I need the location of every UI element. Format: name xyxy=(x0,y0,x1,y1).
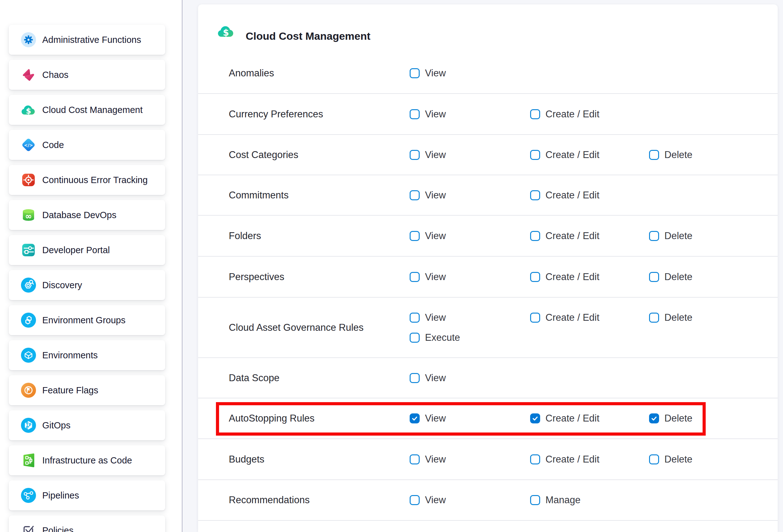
checkbox-data-scope-view[interactable] xyxy=(410,373,420,383)
sidebar-item-code[interactable]: </>Code xyxy=(9,130,165,160)
checkbox-recommendations-manage[interactable] xyxy=(530,495,540,505)
permission-row-currency-preferences: Currency PreferencesViewCreate / Edit xyxy=(198,94,778,135)
sidebar-item-continuous-error-tracking[interactable]: Continuous Error Tracking xyxy=(9,165,165,195)
checkbox-autostopping-rules-view[interactable] xyxy=(410,413,420,424)
checkbox-label: Manage xyxy=(545,495,581,506)
svg-text:</>: </> xyxy=(24,143,33,148)
permission-label: Cloud Asset Governance Rules xyxy=(229,322,364,333)
checkbox-budgets-delete[interactable] xyxy=(649,455,659,464)
permission-label: Perspectives xyxy=(229,271,284,283)
checkbox-cloud-asset-governance-rules-delete[interactable] xyxy=(649,313,659,323)
checkbox-label: View xyxy=(425,454,446,465)
sidebar-item-label: Developer Portal xyxy=(42,245,110,255)
sidebar-item-environment-groups[interactable]: Environment Groups xyxy=(9,305,165,335)
checkbox-check-icon xyxy=(21,523,36,532)
permission-label: Budgets xyxy=(229,454,264,465)
permission-option: View xyxy=(410,108,446,120)
hexagon-search-icon xyxy=(21,277,36,293)
checkbox-label: View xyxy=(425,190,446,201)
sidebar-item-label: Chaos xyxy=(42,70,68,80)
permission-row-recommendations: RecommendationsViewManage xyxy=(198,480,778,521)
permission-row-commitments: CommitmentsViewCreate / Edit xyxy=(198,175,778,216)
panel-title: Cloud Cost Management xyxy=(246,30,371,42)
permission-option: Delete xyxy=(649,271,693,283)
checkbox-commitments-create-edit[interactable] xyxy=(530,190,540,200)
sidebar-item-developer-portal[interactable]: Developer Portal xyxy=(9,235,165,265)
sidebar-item-infrastructure-as-code[interactable]: Infrastructure as Code xyxy=(9,445,165,475)
svg-text:$: $ xyxy=(223,28,229,38)
sidebar-item-label: Cloud Cost Management xyxy=(42,105,143,115)
sidebar-item-label: GitOps xyxy=(42,420,70,431)
sidebar-item-gitops[interactable]: GitOps xyxy=(9,410,165,440)
checkbox-folders-delete[interactable] xyxy=(649,231,659,241)
sidebar-item-label: Administrative Functions xyxy=(42,35,141,45)
checkbox-cost-categories-view[interactable] xyxy=(410,150,420,160)
checkbox-autostopping-rules-create-edit[interactable] xyxy=(530,413,540,424)
checkbox-currency-preferences-view[interactable] xyxy=(410,109,420,119)
cloud-dollar-icon: $ xyxy=(21,102,36,118)
permission-option: Create / Edit xyxy=(530,413,599,424)
checkbox-cloud-asset-governance-rules-execute[interactable] xyxy=(410,333,420,343)
checkbox-label: Delete xyxy=(664,149,693,160)
sidebar-item-discovery[interactable]: Discovery xyxy=(9,270,165,300)
permission-option: View xyxy=(410,271,446,283)
checkbox-cost-categories-delete[interactable] xyxy=(649,150,659,160)
checkbox-perspectives-view[interactable] xyxy=(410,272,420,282)
permission-option: View xyxy=(410,413,446,424)
permission-option: Delete xyxy=(649,454,693,465)
checkbox-label: Create / Edit xyxy=(545,413,599,424)
permission-option: Create / Edit xyxy=(530,230,599,242)
checkbox-label: Create / Edit xyxy=(545,271,599,283)
sidebar-item-pipelines[interactable]: Pipelines xyxy=(9,480,165,510)
checkbox-commitments-view[interactable] xyxy=(410,190,420,200)
checkbox-label: View xyxy=(425,372,446,384)
sidebar-item-environments[interactable]: Environments xyxy=(9,340,165,370)
permissions-panel-header: $ Cloud Cost Management xyxy=(198,4,778,53)
permission-option: Create / Edit xyxy=(530,271,599,283)
sidebar-item-feature-flags[interactable]: Feature Flags xyxy=(9,375,165,405)
checkbox-recommendations-view[interactable] xyxy=(410,495,420,505)
target-crosshair-icon xyxy=(21,172,36,188)
checkbox-folders-create-edit[interactable] xyxy=(530,231,540,241)
git-branch-icon xyxy=(21,417,36,433)
checkbox-perspectives-create-edit[interactable] xyxy=(530,272,540,282)
permission-row-autostopping-rules: AutoStopping RulesViewCreate / EditDelet… xyxy=(198,398,778,439)
permission-option: Delete xyxy=(649,413,693,424)
permission-row-folders: FoldersViewCreate / EditDelete xyxy=(198,216,778,257)
database-infinity-icon: ∞ xyxy=(21,207,36,223)
checkbox-label: Create / Edit xyxy=(545,108,599,120)
permission-label: Folders xyxy=(229,230,261,242)
sliders-icon xyxy=(21,242,36,258)
permission-option: View xyxy=(410,495,446,506)
checkbox-label: Delete xyxy=(664,312,693,323)
pipeline-chain-icon xyxy=(21,488,36,503)
permission-option: View xyxy=(410,230,446,242)
checkbox-cloud-asset-governance-rules-create-edit[interactable] xyxy=(530,313,540,323)
checkbox-label: Execute xyxy=(425,332,460,343)
sidebar-item-database-devops[interactable]: ∞Database DevOps xyxy=(9,200,165,230)
permissions-rows: AnomaliesViewCurrency PreferencesViewCre… xyxy=(198,53,778,521)
sidebar-item-label: Pipelines xyxy=(42,490,79,501)
sidebar-item-cloud-cost-management[interactable]: $Cloud Cost Management xyxy=(9,95,165,125)
sidebar-item-administrative-functions[interactable]: Administrative Functions xyxy=(9,25,165,55)
sidebar-item-chaos[interactable]: Chaos xyxy=(9,60,165,90)
checkbox-anomalies-view[interactable] xyxy=(410,68,420,78)
checkbox-budgets-view[interactable] xyxy=(410,455,420,464)
checkbox-autostopping-rules-delete[interactable] xyxy=(649,413,659,424)
checkbox-budgets-create-edit[interactable] xyxy=(530,455,540,464)
code-brackets-icon: </> xyxy=(21,137,36,153)
cube-icon xyxy=(21,347,36,363)
checkbox-cloud-asset-governance-rules-view[interactable] xyxy=(410,313,420,323)
sidebar-item-label: Feature Flags xyxy=(42,385,98,396)
checkbox-perspectives-delete[interactable] xyxy=(649,272,659,282)
checkbox-label: View xyxy=(425,495,446,506)
permission-row-budgets: BudgetsViewCreate / EditDelete xyxy=(198,439,778,480)
checkbox-currency-preferences-create-edit[interactable] xyxy=(530,109,540,119)
checkbox-label: View xyxy=(425,149,446,160)
permission-label: Recommendations xyxy=(229,495,310,506)
checkbox-cost-categories-create-edit[interactable] xyxy=(530,150,540,160)
checkbox-folders-view[interactable] xyxy=(410,231,420,241)
checkbox-label: Create / Edit xyxy=(545,190,599,201)
sidebar-item-policies[interactable]: Policies xyxy=(9,515,165,532)
sidebar-item-label: Environment Groups xyxy=(42,315,125,325)
